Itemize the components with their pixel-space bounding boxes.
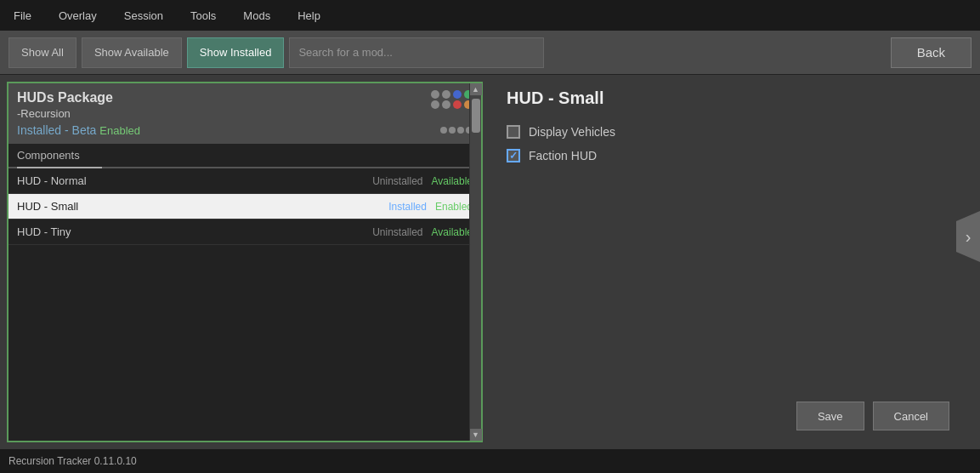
main-content: HUDs Package -Recursion <box>0 75 980 449</box>
cancel-button[interactable]: Cancel <box>873 402 949 430</box>
menu-tools[interactable]: Tools <box>185 6 221 26</box>
status-installed: Installed - Beta <box>17 123 96 137</box>
dot-1 <box>431 90 439 99</box>
component-avail-status-tiny: Available <box>432 226 473 238</box>
component-row-normal[interactable]: HUD - Normal Uninstalled Available <box>8 168 481 194</box>
show-available-button[interactable]: Show Available <box>82 37 182 68</box>
dot-5 <box>431 100 439 109</box>
display-vehicles-checkbox[interactable] <box>507 125 520 139</box>
components-section: Components HUD - Normal Uninstalled Avai… <box>8 144 481 441</box>
components-header: Components <box>8 144 481 168</box>
dot-10 <box>449 127 456 134</box>
dot-11 <box>457 127 464 134</box>
component-row-tiny[interactable]: HUD - Tiny Uninstalled Available <box>8 219 481 245</box>
dot-9 <box>440 127 447 134</box>
checkbox-row-display-vehicles: Display Vehicles <box>507 125 963 139</box>
dot-6 <box>442 100 450 109</box>
scrollbar[interactable]: ▲ ▼ <box>469 83 481 441</box>
component-name-normal: HUD - Normal <box>17 174 372 187</box>
component-install-status-tiny: Uninstalled <box>372 226 422 238</box>
checkbox-row-faction-hud: Faction HUD <box>507 149 963 162</box>
scroll-thumb[interactable] <box>472 99 480 133</box>
show-installed-button[interactable]: Show Installed <box>187 37 285 68</box>
toolbar: Show All Show Available Show Installed B… <box>0 31 980 75</box>
faction-hud-checkbox[interactable] <box>507 149 520 162</box>
dot-2 <box>442 90 450 99</box>
menu-mods[interactable]: Mods <box>238 6 275 26</box>
package-header: HUDs Package -Recursion <box>8 83 481 144</box>
scroll-down-arrow[interactable]: ▼ <box>470 429 482 441</box>
dot-3 <box>453 90 462 99</box>
package-dots <box>431 90 473 109</box>
status-bar: Recursion Tracker 0.11.0.10 <box>0 449 980 473</box>
component-install-status-small: Installed <box>388 201 427 213</box>
component-name-tiny: HUD - Tiny <box>17 225 372 238</box>
package-name: HUDs Package <box>17 90 113 105</box>
save-button[interactable]: Save <box>796 402 864 430</box>
component-avail-status-normal: Available <box>432 175 473 187</box>
left-panel: HUDs Package -Recursion <box>7 82 483 442</box>
menu-session[interactable]: Session <box>119 6 168 26</box>
menu-overlay[interactable]: Overlay <box>54 6 102 26</box>
menu-bar: File Overlay Session Tools Mods Help <box>0 0 980 31</box>
bottom-bar: Save Cancel <box>507 396 963 436</box>
scroll-up-arrow[interactable]: ▲ <box>470 83 482 95</box>
menu-help[interactable]: Help <box>292 6 326 26</box>
component-install-status-normal: Uninstalled <box>372 175 422 187</box>
right-panel: HUD - Small Display Vehicles Faction HUD… <box>490 75 980 449</box>
status-enabled: Enabled <box>99 124 140 137</box>
component-avail-status-small: Enabled <box>435 201 473 213</box>
search-input[interactable] <box>289 37 544 68</box>
back-button[interactable]: Back <box>891 37 972 68</box>
dot-7 <box>453 100 462 109</box>
display-vehicles-label: Display Vehicles <box>529 125 615 139</box>
package-author: -Recursion <box>17 107 113 120</box>
component-name-small: HUD - Small <box>17 200 388 213</box>
show-all-button[interactable]: Show All <box>8 37 76 68</box>
component-row-small[interactable]: HUD - Small Installed Enabled <box>8 194 481 219</box>
menu-file[interactable]: File <box>8 6 37 26</box>
status-text: Recursion Tracker 0.11.0.10 <box>8 455 137 467</box>
detail-title: HUD - Small <box>507 88 963 108</box>
faction-hud-label: Faction HUD <box>529 149 597 162</box>
